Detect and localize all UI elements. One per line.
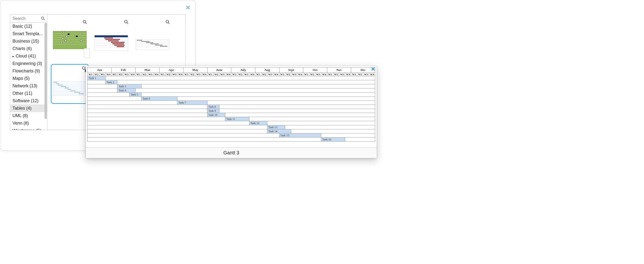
gantt-bar[interactable]: Task 14 — [267, 129, 291, 133]
category-item[interactable]: Charts (6) — [10, 45, 47, 52]
gantt-week-header: W4 — [369, 73, 375, 76]
category-item[interactable]: Maps (5) — [10, 75, 47, 82]
gantt-week-header: W2 — [309, 73, 315, 76]
category-list[interactable]: Basic (12)Smart Templa...Business (15)Ch… — [10, 22, 47, 130]
gantt-row: Task 3 — [88, 84, 375, 88]
gantt-bar[interactable]: Task 13 — [267, 125, 285, 129]
gantt-bar[interactable]: Task 7 — [177, 101, 207, 105]
gantt-bar[interactable]: Task 10 — [207, 113, 225, 117]
category-item[interactable]: Wireframes (5) — [10, 127, 47, 130]
gantt-week-header: W1 — [327, 73, 333, 76]
gantt-week-header: W2 — [190, 73, 196, 76]
magnifier-icon[interactable] — [82, 20, 87, 24]
gantt-week-header: W3 — [315, 73, 321, 76]
gantt-row: Task 10 — [88, 113, 375, 117]
gantt-row: Task 4 — [88, 88, 375, 93]
gantt-week-header: W1 — [207, 73, 213, 76]
gantt-week-header: W2 — [118, 73, 124, 76]
gantt-week-header: W3 — [100, 73, 106, 76]
gantt-bar[interactable]: Task 15 — [279, 133, 321, 138]
gantt-month-header: June — [207, 68, 231, 73]
gantt-week-header: W3 — [124, 73, 130, 76]
template-card-2[interactable] — [92, 19, 130, 59]
category-item[interactable]: Smart Templa... — [10, 30, 47, 37]
gantt-week-header: W3 — [339, 73, 345, 76]
gantt-week-header: W3 — [363, 73, 369, 76]
gantt-week-header: W1 — [184, 73, 190, 76]
gantt-title-label: Gantt 3 — [223, 150, 239, 156]
gantt-bar[interactable]: Task 8 — [207, 105, 219, 109]
close-button[interactable] — [371, 67, 375, 71]
gantt-preview-panel: JanFebMarAprMayJuneJulyAugSeptOctNovDecW… — [86, 66, 377, 158]
category-item[interactable]: Flowcharts (9) — [10, 67, 47, 75]
gantt-week-header: W2 — [165, 73, 171, 76]
gantt-month-header: Sept — [279, 68, 303, 73]
gantt-week-header: W4 — [345, 73, 351, 76]
gantt-week-header: W2 — [213, 73, 219, 76]
gantt-row: Task 2 — [88, 80, 375, 84]
category-item[interactable]: Software (12) — [10, 97, 47, 105]
svg-line-3 — [86, 22, 87, 24]
gantt-bar[interactable]: Task 9 — [207, 109, 219, 113]
category-item[interactable]: Network (13) — [10, 82, 47, 90]
gantt-week-header: W1 — [159, 73, 165, 76]
template-thumbnail — [53, 31, 87, 49]
sidebar: Basic (12)Smart Templa...Business (15)Ch… — [10, 14, 48, 130]
gantt-week-header: W4 — [177, 73, 184, 76]
gantt-week-header: W4 — [130, 73, 136, 76]
search-icon[interactable] — [41, 16, 45, 21]
template-card-3[interactable] — [134, 19, 172, 59]
template-thumbnail — [94, 35, 128, 51]
gantt-week-header: W4 — [153, 73, 159, 76]
gantt-month-header: Feb — [112, 68, 136, 73]
svg-point-6 — [166, 20, 169, 23]
gantt-row: Task 16 — [88, 138, 375, 142]
gantt-week-header: W3 — [219, 73, 225, 76]
gantt-week-header: W3 — [267, 73, 273, 76]
gantt-week-header: W3 — [147, 73, 153, 76]
scrollbar-thumb[interactable] — [44, 23, 47, 119]
gantt-month-header: Jan — [88, 68, 112, 73]
magnifier-icon[interactable] — [165, 20, 170, 24]
gantt-row: Task 15 — [88, 133, 375, 138]
category-item[interactable]: Other (11) — [10, 90, 47, 97]
gantt-bar[interactable]: Task 2 — [106, 80, 118, 84]
gantt-bar[interactable]: Task 5 — [130, 93, 142, 97]
template-card-4[interactable] — [51, 64, 89, 104]
svg-point-0 — [42, 17, 44, 19]
category-item[interactable]: UML (8) — [10, 112, 47, 119]
category-item[interactable]: Business (15) — [10, 37, 47, 45]
gantt-week-header: W3 — [196, 73, 202, 76]
category-item[interactable]: Engineering (3) — [10, 60, 47, 67]
template-card-1[interactable] — [51, 19, 89, 59]
category-item[interactable]: Basic (12) — [10, 22, 47, 30]
gantt-bar[interactable]: Task 16 — [321, 138, 345, 142]
gantt-bar[interactable]: Task 11 — [225, 117, 249, 121]
gantt-week-header: W1 — [255, 73, 261, 76]
gantt-chart: JanFebMarAprMayJuneJulyAugSeptOctNovDecW… — [86, 66, 377, 147]
gantt-week-header: W2 — [285, 73, 291, 76]
gantt-bar[interactable]: Task 6 — [142, 97, 177, 101]
gantt-row: Task 7 — [88, 101, 375, 105]
svg-line-1 — [44, 19, 45, 20]
gantt-bar[interactable]: Task 4 — [118, 88, 136, 93]
close-button[interactable] — [185, 4, 191, 10]
gantt-week-header: W2 — [94, 73, 100, 76]
gantt-week-header: W2 — [261, 73, 267, 76]
magnifier-icon[interactable] — [124, 20, 129, 24]
gantt-month-header: Apr — [159, 68, 184, 73]
category-item[interactable]: Cloud (41) — [10, 52, 47, 60]
category-item[interactable]: Tables (4) — [10, 105, 47, 112]
gantt-bar[interactable]: Task 3 — [118, 84, 142, 88]
gantt-month-header: Nov — [327, 68, 351, 73]
gantt-week-header: W1 — [136, 73, 142, 76]
gantt-title: Gantt 3 — [86, 147, 377, 158]
gantt-row: Task 13 — [88, 125, 375, 129]
gantt-bar[interactable]: Task 1 — [88, 76, 106, 80]
gantt-row: Task 12 — [88, 121, 375, 125]
gantt-week-header: W4 — [225, 73, 231, 76]
gantt-bar[interactable]: Task 12 — [249, 121, 267, 125]
gantt-row: Task 11 — [88, 117, 375, 121]
category-item[interactable]: Venn (8) — [10, 119, 47, 127]
gantt-week-header: W4 — [321, 73, 327, 76]
